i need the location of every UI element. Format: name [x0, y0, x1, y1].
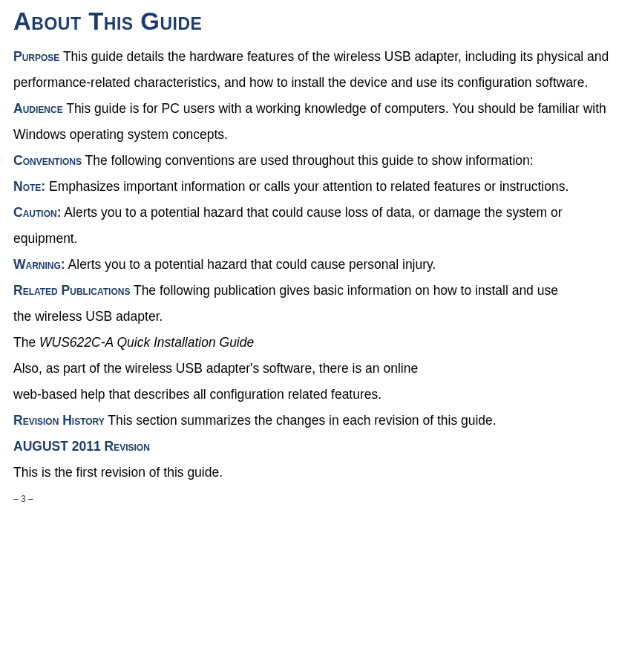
related-line2: the wireless USB adapter.	[13, 304, 629, 330]
caution-text: Alerts you to a potential hazard that co…	[13, 205, 563, 246]
related-head: Related Publications	[13, 283, 130, 298]
related-line3a: The	[13, 335, 39, 350]
audience-head: Audience	[13, 101, 63, 116]
audience-section: Audience This guide is for PC users with…	[13, 96, 629, 148]
conventions-section: Conventions The following conventions ar…	[13, 148, 629, 174]
purpose-section: Purpose This guide details the hardware …	[13, 44, 629, 96]
audience-text: This guide is for PC users with a workin…	[13, 101, 606, 142]
note-section: Note: Emphasizes important information o…	[13, 174, 629, 200]
revision-head: Revision History	[13, 413, 105, 428]
revision-month: AUGUST 2011	[13, 439, 105, 454]
purpose-head: Purpose	[13, 49, 59, 64]
purpose-text: This guide details the hardware features…	[13, 49, 609, 90]
page-title: About This Guide	[13, 6, 629, 38]
revision-word: Revision	[105, 439, 150, 454]
related-section: Related Publications The following publi…	[13, 278, 629, 304]
revision-text: This section summarizes the changes in e…	[105, 413, 497, 428]
conventions-head: Conventions	[13, 153, 82, 168]
revision-date-line: AUGUST 2011 Revision	[13, 434, 629, 460]
warning-head: Warning:	[13, 257, 65, 272]
related-line4: Also, as part of the wireless USB adapte…	[13, 356, 629, 382]
note-text: Emphasizes important information or call…	[45, 179, 569, 194]
page-number: – 3 –	[13, 490, 629, 508]
revision-body: This is the first revision of this guide…	[13, 460, 629, 486]
caution-section: Caution: Alerts you to a potential hazar…	[13, 200, 629, 252]
related-text: The following publication gives basic in…	[130, 283, 558, 298]
title-text: About This Guide	[13, 7, 202, 35]
revision-section: Revision History This section summarizes…	[13, 408, 629, 434]
warning-text: Alerts you to a potential hazard that co…	[65, 257, 436, 272]
caution-head: Caution:	[13, 205, 61, 220]
related-line3: The WUS622C-A Quick Installation Guide	[13, 330, 629, 356]
related-line3b: WUS622C-A Quick Installation Guide	[39, 335, 254, 350]
conventions-text: The following conventions are used throu…	[82, 153, 534, 168]
related-line5: web-based help that describes all config…	[13, 382, 629, 408]
note-head: Note:	[13, 179, 45, 194]
warning-section: Warning: Alerts you to a potential hazar…	[13, 252, 629, 278]
